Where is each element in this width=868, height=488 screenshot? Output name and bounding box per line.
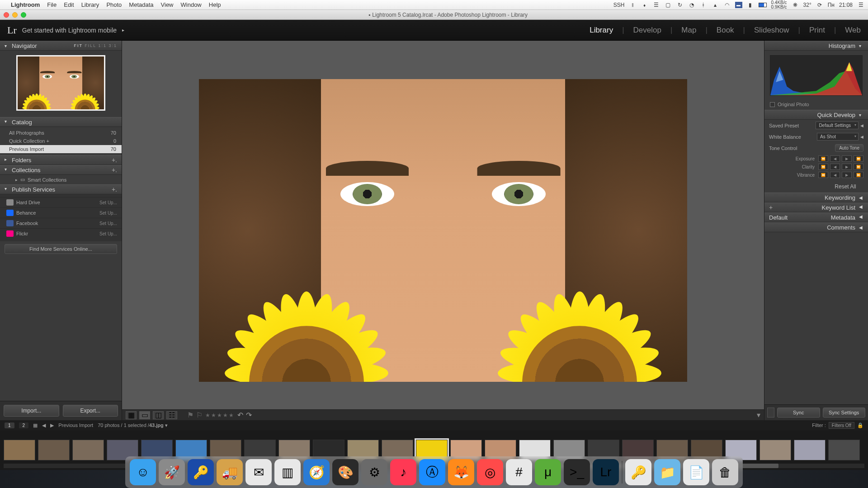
clock-icon[interactable]: ◔ xyxy=(688,2,695,8)
expand-icon[interactable]: ◀ xyxy=(860,123,863,128)
compare-view-button[interactable]: ◫ xyxy=(153,411,164,419)
next-photo-icon[interactable]: ▶ xyxy=(50,422,54,428)
import-button[interactable]: Import... xyxy=(4,405,59,417)
collections-header[interactable]: ▾Collections +. xyxy=(0,165,122,175)
menu-photo[interactable]: Photo xyxy=(106,1,122,8)
step-down-big[interactable]: ⏪ xyxy=(818,172,828,178)
step-down-big[interactable]: ⏪ xyxy=(818,155,828,162)
publish-service-item[interactable]: FacebookSet Up... xyxy=(0,218,122,228)
filmstrip-thumbnail[interactable] xyxy=(485,440,516,460)
sync-settings-button[interactable]: Sync Settings xyxy=(823,408,866,418)
menu-extra-icon[interactable]: ⦀ xyxy=(629,2,637,8)
checkbox-icon[interactable] xyxy=(770,102,775,107)
keywording-header[interactable]: Keywording◀ xyxy=(764,192,868,202)
filmstrip-thumbnail[interactable] xyxy=(725,440,757,460)
chevron-right-icon[interactable]: ▸ xyxy=(122,28,124,33)
step-down[interactable]: ◀ xyxy=(830,172,840,178)
module-develop[interactable]: Develop xyxy=(633,26,661,35)
window-layout-1[interactable]: 1 xyxy=(5,422,14,428)
rotate-ccw-icon[interactable]: ↶ xyxy=(237,411,243,419)
volume-icon[interactable]: ▮ xyxy=(747,2,754,8)
bluetooth-icon[interactable]: ᚼ xyxy=(700,2,707,8)
metadata-preset-dropdown[interactable]: Default xyxy=(769,214,796,221)
app-name[interactable]: Lightroom xyxy=(11,1,40,8)
add-publish-icon[interactable]: +. xyxy=(112,186,117,193)
catalog-item[interactable]: All Photographs70 xyxy=(0,129,122,137)
filmstrip-thumbnail[interactable] xyxy=(828,440,860,460)
add-keyword-icon[interactable]: + xyxy=(769,204,773,211)
navigator-header[interactable]: ▾Navigator FIT FILL 1:1 3:1 xyxy=(0,41,122,51)
step-up-big[interactable]: ⏩ xyxy=(854,172,863,178)
filmstrip-thumbnail[interactable] xyxy=(175,440,207,460)
lightroom-mobile-link[interactable]: Get started with Lightroom mobile xyxy=(22,27,117,34)
filmstrip-thumbnail[interactable] xyxy=(519,440,551,460)
rotate-cw-icon[interactable]: ↷ xyxy=(246,411,252,419)
filmstrip-thumbnail[interactable] xyxy=(450,440,482,460)
step-up[interactable]: ▶ xyxy=(842,155,852,162)
zoom-3-1[interactable]: 3:1 xyxy=(108,43,117,48)
filmstrip-thumbnail[interactable] xyxy=(760,440,791,460)
evernote-icon[interactable]: ☰ xyxy=(653,2,660,8)
menu-help[interactable]: Help xyxy=(209,1,221,8)
filmstrip-thumbnail[interactable] xyxy=(622,440,654,460)
zoom-1-1[interactable]: 1:1 xyxy=(98,43,107,48)
filmstrip-thumbnail[interactable] xyxy=(588,440,619,460)
setup-link[interactable]: Set Up... xyxy=(99,211,117,216)
zoom-fit[interactable]: FIT xyxy=(74,43,82,48)
menu-window[interactable]: Window xyxy=(181,1,202,8)
module-map[interactable]: Map xyxy=(681,26,696,35)
rating-stars[interactable]: ★★★★★ xyxy=(205,412,235,418)
auto-tone-button[interactable]: Auto Tone xyxy=(835,144,863,152)
menu-view[interactable]: View xyxy=(161,1,174,8)
module-print[interactable]: Print xyxy=(809,26,825,35)
battery-icon[interactable] xyxy=(759,3,767,7)
module-slideshow[interactable]: Slideshow xyxy=(754,26,789,35)
histogram-header[interactable]: Histogram▾ xyxy=(764,41,868,51)
filter-preset-dropdown[interactable]: Filters Off xyxy=(829,422,854,429)
filmstrip-thumbnail[interactable] xyxy=(72,440,104,460)
menu-metadata[interactable]: Metadata xyxy=(129,1,153,8)
keyword-list-header[interactable]: + Keyword List◀ xyxy=(764,202,868,212)
step-up-big[interactable]: ⏩ xyxy=(854,164,863,170)
filmstrip-thumbnail[interactable] xyxy=(416,440,448,460)
filmstrip-thumbnail[interactable] xyxy=(553,440,585,460)
module-library[interactable]: Library xyxy=(590,26,613,35)
clock-day[interactable]: Пн xyxy=(828,2,835,8)
wifi-icon[interactable]: ◠ xyxy=(723,2,731,8)
original-photo-toggle[interactable]: Original Photo xyxy=(764,99,868,110)
sync-button[interactable]: Sync xyxy=(777,408,820,418)
filmstrip-thumbnail[interactable] xyxy=(107,440,138,460)
loupe-view-button[interactable]: ▭ xyxy=(139,411,150,419)
zoom-button[interactable] xyxy=(21,12,26,18)
clock-time[interactable]: 21:08 xyxy=(839,2,853,8)
notification-center-icon[interactable]: ☰ xyxy=(857,2,864,8)
airplay-icon[interactable]: ▴ xyxy=(712,2,719,8)
step-up[interactable]: ▶ xyxy=(842,172,852,178)
timemachine-icon[interactable]: ↻ xyxy=(676,2,684,8)
filmstrip-thumbnail[interactable] xyxy=(244,440,276,460)
export-button[interactable]: Export... xyxy=(63,405,118,417)
catalog-item[interactable]: Previous Import70 xyxy=(0,145,122,153)
window-layout-2[interactable]: 2 xyxy=(19,422,29,428)
step-up[interactable]: ▶ xyxy=(842,164,852,170)
white-balance-dropdown[interactable]: As Shot xyxy=(817,133,859,141)
flag-reject-icon[interactable]: ⚐ xyxy=(196,411,203,419)
survey-view-button[interactable]: ☷ xyxy=(166,411,177,419)
add-folder-icon[interactable]: +. xyxy=(112,156,117,164)
quick-develop-header[interactable]: Quick Develop▾ xyxy=(764,110,868,120)
saved-preset-dropdown[interactable]: Default Settings xyxy=(816,122,859,129)
close-button[interactable] xyxy=(4,12,9,18)
dropbox-icon[interactable]: ⬧ xyxy=(641,2,648,8)
toolbar-dropdown-icon[interactable]: ▾ xyxy=(757,411,760,419)
menu-library[interactable]: Library xyxy=(81,1,99,8)
step-down-big[interactable]: ⏪ xyxy=(818,164,828,170)
breadcrumb[interactable]: Previous Import xyxy=(58,422,93,428)
menu-edit[interactable]: Edit xyxy=(64,1,74,8)
module-web[interactable]: Web xyxy=(845,26,861,35)
setup-link[interactable]: Set Up... xyxy=(99,221,117,226)
setup-link[interactable]: Set Up... xyxy=(99,231,117,236)
ssh-indicator[interactable]: SSH xyxy=(613,2,625,8)
fan-icon[interactable]: ❋ xyxy=(792,2,799,8)
loupe-view[interactable]: ▦ ▭ ◫ ☷ ⚑ ⚐ ★★★★★ ↶ ↷ ▾ xyxy=(122,41,764,420)
comments-header[interactable]: Comments◀ xyxy=(764,222,868,232)
